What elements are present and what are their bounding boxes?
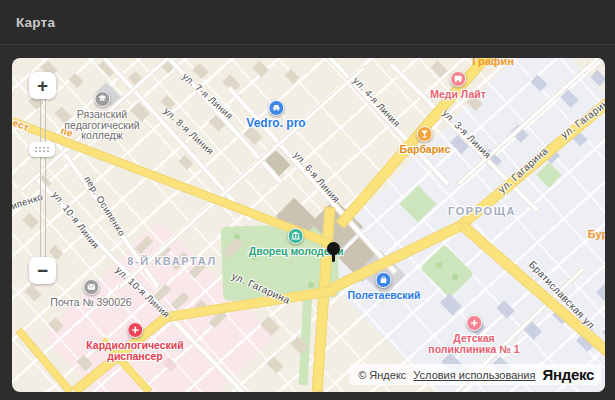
map-canvas[interactable]: 8-Й КВАРТАЛ ГОРРОЩА ул. 7-я Линия ул. 8-… (12, 58, 605, 392)
card-title: Карта (16, 15, 55, 30)
card-header: Карта (0, 0, 615, 45)
terms-of-use-link[interactable]: Условия использования (413, 369, 535, 381)
yandex-logo[interactable]: Яндекс (542, 366, 594, 383)
poi-label: Vedro. pro (246, 118, 305, 129)
poi-label: Детскаяполиклиника № 1 (428, 333, 519, 354)
poi-label: Рязанскийпедагогическийколледж (64, 109, 139, 141)
zoom-in-button[interactable]: + (29, 72, 56, 99)
poi-label: Полетаевский (348, 290, 421, 301)
medical-cross-icon (127, 322, 143, 338)
district-label-gorroshcha: ГОРРОЩА (448, 205, 516, 217)
map-marker-pin (327, 242, 340, 255)
poi-vedro[interactable]: Vedro. pro (246, 100, 305, 129)
poi-pochta[interactable]: Почта № 390026 (50, 279, 131, 308)
cocktail-icon (417, 126, 433, 142)
district-label-8-kvartal: 8-Й КВАРТАЛ (127, 255, 216, 267)
poi-label: Почта № 390026 (50, 297, 131, 308)
poi-poletaevsky[interactable]: Полетаевский (348, 272, 421, 301)
poi-college[interactable]: Рязанскийпедагогическийколледж (64, 91, 139, 141)
map-card: Карта (0, 0, 615, 400)
poi-detskaya-poliklinika[interactable]: Детскаяполиклиника № 1 (428, 315, 519, 354)
grip-dots-icon (34, 146, 50, 153)
poi-label: Барбарис (400, 144, 451, 155)
zoom-slider-track[interactable] (40, 99, 46, 257)
map-attribution: © Яндекс Условия использования Яндекс (349, 364, 601, 385)
poi-grafin[interactable]: Графин (472, 58, 514, 67)
museum-columns-icon (288, 228, 304, 244)
poi-barbaris[interactable]: Барбарис (400, 126, 451, 155)
zoom-slider-handle[interactable] (29, 142, 55, 157)
poi-medilight[interactable]: Меди Лайт (430, 71, 486, 100)
zoom-out-button[interactable]: − (29, 257, 56, 284)
envelope-icon (83, 279, 99, 295)
poi-label: Кардиологическийдиспансер (86, 340, 183, 361)
poi-label: Меди Лайт (430, 89, 486, 100)
shopping-bag-icon (376, 272, 392, 288)
poi-bur-fragment[interactable]: Бур (588, 228, 605, 240)
poi-kardio-dispanser[interactable]: Кардиологическийдиспансер (86, 322, 183, 361)
car-icon (268, 100, 284, 116)
copyright-text: © Яндекс (358, 369, 406, 381)
tooth-icon (450, 71, 466, 87)
graduation-cap-icon (94, 91, 110, 107)
medical-cross-icon (466, 315, 482, 331)
